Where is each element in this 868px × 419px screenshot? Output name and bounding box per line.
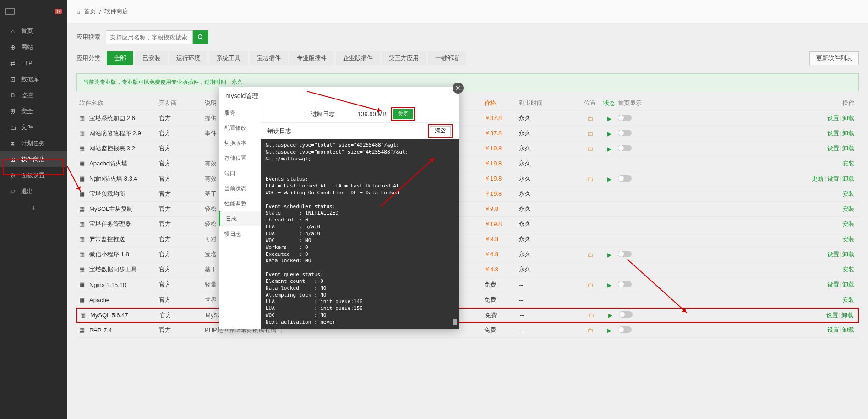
annotation-box-close: 关闭 — [391, 107, 415, 121]
log-output: &lt;aspace type="total" size="40255488"/… — [261, 139, 459, 329]
annotation-box-clear: 清空 — [428, 124, 453, 138]
binlog-label: 二进制日志 — [305, 110, 335, 118]
binlog-close-button[interactable]: 关闭 — [393, 109, 413, 119]
mysqld-modal: ✕ mysqld管理 服务配置修改切换版本存储位置端口当前状态性能调整日志慢日志… — [219, 87, 459, 329]
modal-side-item[interactable]: 慢日志 — [219, 226, 261, 242]
modal-side-item[interactable]: 切换版本 — [219, 136, 261, 151]
modal-close-button[interactable]: ✕ — [453, 83, 464, 94]
modal-side-item[interactable]: 存储位置 — [219, 151, 261, 166]
binlog-row: 二进制日志 139.60 MB 关闭 — [261, 105, 459, 123]
modal-side-item[interactable]: 日志 — [219, 211, 261, 226]
log-scrollbar-thumb[interactable] — [453, 319, 457, 325]
modal-title: mysqld管理 — [219, 87, 459, 105]
modal-side-item[interactable]: 端口 — [219, 166, 261, 181]
modal-side-item[interactable]: 服务 — [219, 105, 261, 121]
errlog-row: 错误日志 清空 — [261, 123, 459, 139]
modal-side-item[interactable]: 当前状态 — [219, 181, 261, 196]
errlog-label: 错误日志 — [267, 127, 291, 135]
modal-sidebar: 服务配置修改切换版本存储位置端口当前状态性能调整日志慢日志 — [219, 105, 261, 329]
errlog-clear-button[interactable]: 清空 — [430, 126, 451, 136]
modal-side-item[interactable]: 性能调整 — [219, 196, 261, 211]
modal-side-item[interactable]: 配置修改 — [219, 121, 261, 136]
